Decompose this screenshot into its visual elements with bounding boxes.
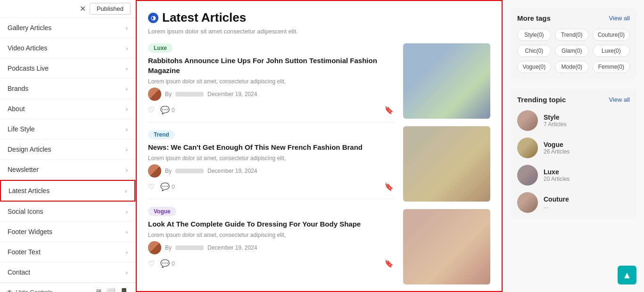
chevron-icon: › — [126, 146, 128, 153]
articles-layout: Luxe Rabbitohs Announce Line Ups For Joh… — [148, 43, 490, 284]
trending-name: Couture — [544, 195, 630, 203]
sidebar-item-footer-widgets[interactable]: Footer Widgets› — [0, 222, 135, 242]
article-tag[interactable]: Vogue — [148, 207, 176, 216]
tag-chip[interactable]: Trend(0) — [555, 29, 589, 41]
hide-controls-label: Hide Controls — [16, 289, 53, 292]
mobile-icon[interactable]: 📱 — [119, 288, 129, 292]
trending-count: 26 Articles — [544, 148, 630, 155]
desktop-icon[interactable]: 🖥 — [95, 288, 102, 292]
trending-item[interactable]: Vogue 26 Articles — [517, 138, 630, 158]
sidebar-item-podcasts-live[interactable]: Podcasts Live› — [0, 58, 135, 79]
bookmark-button[interactable]: 🔖 — [384, 105, 394, 114]
trending-item[interactable]: Couture ... — [517, 192, 630, 213]
tags-grid: Style(0)Trend(0)Couture(0)Chic(0)Glam(0)… — [517, 29, 630, 73]
tag-chip[interactable]: Mode(0) — [555, 61, 589, 73]
bookmark-button[interactable]: 🔖 — [384, 182, 394, 191]
tag-chip[interactable]: Glam(0) — [555, 45, 589, 57]
chevron-icon: › — [126, 269, 128, 276]
sidebar-item-label: Brands — [8, 85, 28, 92]
comment-count: 0 — [172, 107, 175, 114]
tags-view-all[interactable]: View all — [609, 15, 630, 22]
action-left: ♡ 💬 0 — [148, 182, 175, 191]
chevron-icon: › — [126, 45, 128, 52]
sidebar-item-label: Gallery Articles — [8, 24, 51, 32]
sidebar-item-life-style[interactable]: Life Style› — [0, 119, 135, 139]
author-name — [175, 92, 204, 97]
tag-chip[interactable]: Femme(0) — [593, 61, 630, 73]
sidebar-item-social-icons[interactable]: Social Icons› — [0, 202, 135, 222]
trending-avatar — [517, 138, 538, 158]
trending-item[interactable]: Luxe 20 Articles — [517, 165, 630, 186]
section-subtitle: Lorem ipsum dolor sit amet consectetur a… — [148, 28, 490, 35]
comment-button[interactable]: 💬 0 — [160, 182, 175, 191]
more-tags-title: More tags — [517, 14, 551, 22]
tag-chip[interactable]: Chic(0) — [517, 45, 551, 57]
article-actions: ♡ 💬 0 🔖 — [148, 105, 394, 114]
action-left: ♡ 💬 0 — [148, 259, 175, 268]
action-left: ♡ 💬 0 — [148, 105, 175, 114]
article-date: December 19, 2024 — [207, 91, 257, 97]
trending-avatar — [517, 110, 538, 131]
article-meta: By December 19, 2024 — [148, 88, 394, 101]
bookmark-button[interactable]: 🔖 — [384, 259, 394, 268]
tag-chip[interactable]: Style(0) — [517, 29, 551, 41]
author-by: By — [165, 91, 172, 97]
sidebar-item-latest-articles[interactable]: Latest Articles› — [0, 180, 135, 202]
scroll-to-top-button[interactable]: ▲ — [618, 266, 636, 284]
comment-count: 0 — [172, 184, 175, 190]
article-meta: By December 19, 2024 — [148, 241, 394, 254]
main-content: ◑ Latest Articles Lorem ipsum dolor sit … — [136, 0, 503, 292]
trending-item[interactable]: Style 7 Articles — [517, 110, 630, 131]
article-thumbnail — [403, 43, 490, 119]
trending-name: Vogue — [544, 141, 630, 148]
like-button[interactable]: ♡ — [148, 105, 155, 114]
sidebar-item-newsletter[interactable]: Newsletter› — [0, 160, 135, 180]
sidebar-item-contact[interactable]: Contact› — [0, 262, 135, 283]
sidebar-item-label: Footer Text — [8, 248, 41, 256]
chevron-icon: › — [126, 105, 128, 113]
article-title: Rabbitohs Announce Line Ups For John Sut… — [148, 56, 394, 75]
articles-list: Luxe Rabbitohs Announce Line Ups For Joh… — [148, 43, 394, 284]
like-button[interactable]: ♡ — [148, 259, 155, 268]
article-thumbnail — [403, 209, 490, 284]
sidebar-item-label: Social Icons — [8, 208, 43, 215]
article-tag[interactable]: Luxe — [148, 43, 173, 53]
device-icons: 🖥 ⬜ 📱 — [95, 288, 129, 292]
sidebar-item-label: About — [8, 105, 25, 113]
sidebar-item-label: Newsletter — [8, 166, 39, 173]
comment-button[interactable]: 💬 0 — [160, 259, 175, 268]
tag-chip[interactable]: Vogue(0) — [517, 61, 551, 73]
section-header: ◑ Latest Articles — [148, 10, 490, 25]
sidebar-item-label: Life Style — [8, 125, 35, 133]
sidebar-item-design-articles[interactable]: Design Articles› — [0, 139, 135, 160]
author-name — [175, 245, 204, 250]
trending-list: Style 7 Articles Vogue 26 Articles Luxe … — [517, 110, 630, 213]
sidebar-item-about[interactable]: About› — [0, 99, 135, 119]
hide-controls-button[interactable]: 👁 Hide Controls — [7, 289, 53, 292]
sidebar-item-brands[interactable]: Brands› — [0, 79, 135, 99]
sidebar-item-label: Latest Articles — [8, 187, 50, 195]
article-thumbnail — [403, 126, 490, 202]
sidebar-item-gallery-articles[interactable]: Gallery Articles› — [0, 18, 135, 38]
tag-chip[interactable]: Couture(0) — [593, 29, 630, 41]
trending-name: Style — [544, 114, 630, 121]
close-button[interactable]: ✕ — [80, 4, 86, 13]
right-sidebar: More tags View all Style(0)Trend(0)Coutu… — [503, 0, 644, 292]
tag-chip[interactable]: Luxe(0) — [593, 45, 630, 57]
sidebar-item-label: Contact — [8, 268, 30, 276]
article-tag[interactable]: Trend — [148, 130, 175, 139]
sidebar-footer: 👁 Hide Controls 🖥 ⬜ 📱 — [0, 283, 135, 292]
trending-count: 7 Articles — [544, 121, 630, 128]
trending-info: Vogue 26 Articles — [544, 141, 630, 155]
sidebar-item-footer-text[interactable]: Footer Text› — [0, 242, 135, 262]
article-excerpt: Lorem ipsum dolor sit amet, consectetur … — [148, 78, 394, 85]
like-button[interactable]: ♡ — [148, 182, 155, 191]
comment-button[interactable]: 💬 0 — [160, 105, 175, 114]
tablet-icon[interactable]: ⬜ — [106, 288, 116, 292]
trending-count: ... — [544, 203, 630, 210]
sidebar-item-video-articles[interactable]: Video Articles› — [0, 38, 135, 58]
article-image-column — [403, 43, 490, 284]
chevron-icon: › — [126, 24, 128, 32]
published-button[interactable]: Published — [90, 3, 131, 15]
trending-view-all[interactable]: View all — [609, 96, 630, 103]
